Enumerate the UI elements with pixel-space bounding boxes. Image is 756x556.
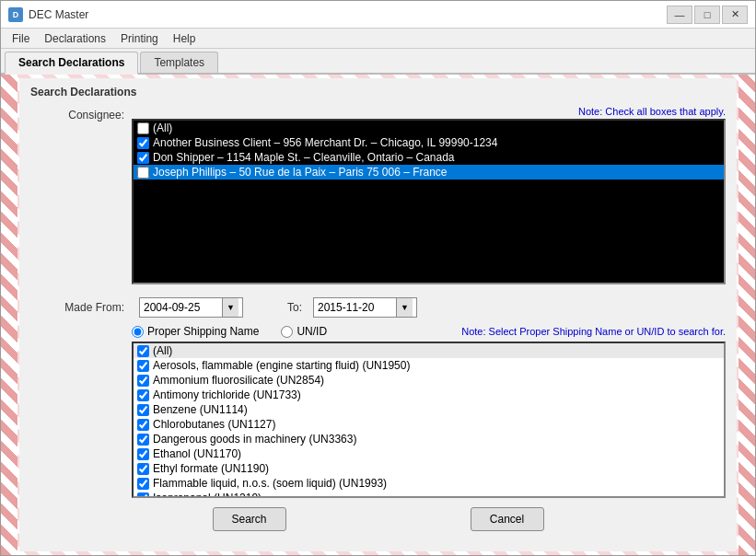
shipping-check-10[interactable] (137, 492, 149, 499)
to-input-wrapper: ▼ (313, 297, 417, 318)
app-icon: D (8, 7, 23, 22)
made-from-label: Made From: (30, 301, 132, 314)
shipping-check-1[interactable] (137, 360, 149, 372)
shipping-check-4[interactable] (137, 404, 149, 416)
consignee-label: Consignee: (30, 106, 132, 124)
main-panel: Search Declarations Consignee: Note: Che… (19, 78, 737, 551)
shipping-check-7[interactable] (137, 448, 149, 460)
shipping-section: (All) Aerosols, flammable (engine starti… (30, 342, 726, 498)
menu-file[interactable]: File (5, 30, 37, 47)
menu-declarations[interactable]: Declarations (37, 30, 113, 47)
button-row: Search Cancel (30, 507, 726, 531)
stripe-left (1, 75, 17, 555)
radio-psn[interactable] (132, 326, 144, 338)
shipping-item-4[interactable]: Benzene (UN1114) (134, 402, 724, 417)
main-window: D DEC Master — □ ✕ File Declarations Pri… (0, 0, 756, 556)
radio-note: Note: Select Proper Shipping Name or UN/… (349, 326, 726, 337)
radio-unid-label: UN/ID (297, 325, 327, 338)
search-button[interactable]: Search (213, 507, 286, 531)
shipping-item-2[interactable]: Ammonium fluorosilicate (UN2854) (134, 373, 724, 388)
content-area: Search Declarations Consignee: Note: Che… (1, 75, 755, 555)
menu-help[interactable]: Help (166, 30, 204, 47)
shipping-item-7[interactable]: Ethanol (UN1170) (134, 446, 724, 461)
made-from-input-wrapper: ▼ (139, 297, 243, 318)
menu-printing[interactable]: Printing (113, 30, 166, 47)
shipping-item-6[interactable]: Dangerous goods in machinery (UN3363) (134, 432, 724, 446)
shipping-item-2-label: Ammonium fluorosilicate (UN2854) (153, 374, 324, 387)
radio-row: Proper Shipping Name UN/ID Note: Select … (132, 325, 726, 338)
made-from-calendar-btn[interactable]: ▼ (222, 298, 238, 317)
title-bar: D DEC Master — □ ✕ (1, 1, 755, 29)
consignee-item-all[interactable]: (All) (134, 121, 724, 135)
minimize-button[interactable]: — (667, 6, 692, 24)
stripe-right (739, 75, 755, 555)
cancel-button[interactable]: Cancel (471, 507, 544, 531)
shipping-item-10-label: Isopropanol (UN1219) (153, 492, 262, 498)
shipping-item-all[interactable]: (All) (134, 343, 724, 358)
shipping-check-2[interactable] (137, 375, 149, 387)
shipping-item-9-label: Flammable liquid, n.o.s. (soem liquid) (… (153, 477, 387, 490)
consignee-item-3-label: Joseph Phillips – 50 Rue de la Paix – Pa… (153, 166, 448, 179)
radio-psn-group[interactable]: Proper Shipping Name (132, 325, 259, 338)
radio-unid[interactable] (281, 326, 293, 338)
shipping-item-5[interactable]: Chlorobutanes (UN1127) (134, 417, 724, 432)
consignee-item-3[interactable]: Joseph Phillips – 50 Rue de la Paix – Pa… (134, 165, 724, 180)
date-row: Made From: ▼ To: ▼ (30, 297, 726, 318)
shipping-listbox[interactable]: (All) Aerosols, flammable (engine starti… (132, 342, 726, 498)
shipping-item-7-label: Ethanol (UN1170) (153, 447, 241, 460)
consignee-check-3[interactable] (137, 167, 149, 179)
shipping-item-5-label: Chlorobutanes (UN1127) (153, 418, 275, 431)
shipping-item-1[interactable]: Aerosols, flammable (engine starting flu… (134, 358, 724, 373)
shipping-item-10[interactable]: Isopropanol (UN1219) (134, 491, 724, 498)
title-bar-controls: — □ ✕ (667, 6, 748, 24)
consignee-item-all-label: (All) (153, 122, 172, 134)
radio-unid-group[interactable]: UN/ID (281, 325, 327, 338)
to-input[interactable] (318, 301, 396, 314)
consignee-check-all[interactable] (137, 122, 149, 134)
shipping-item-4-label: Benzene (UN1114) (153, 403, 248, 416)
tabs-bar: Search Declarations Templates (1, 49, 755, 75)
section-label: Search Declarations (30, 86, 726, 98)
shipping-check-9[interactable] (137, 478, 149, 490)
close-button[interactable]: ✕ (722, 6, 748, 24)
consignee-section: Consignee: Note: Check all boxes that ap… (30, 106, 726, 284)
shipping-item-8-label: Ethyl formate (UN1190) (153, 462, 269, 475)
shipping-item-8[interactable]: Ethyl formate (UN1190) (134, 461, 724, 476)
to-label: To: (287, 301, 302, 314)
shipping-item-1-label: Aerosols, flammable (engine starting flu… (153, 359, 410, 372)
title-bar-left: D DEC Master (8, 7, 88, 22)
consignee-field-content: Note: Check all boxes that apply. (All) … (132, 106, 726, 284)
shipping-item-9[interactable]: Flammable liquid, n.o.s. (soem liquid) (… (134, 476, 724, 491)
consignee-item-1-label: Another Business Client – 956 Merchant D… (153, 136, 497, 149)
shipping-item-all-label: (All) (153, 344, 172, 357)
shipping-check-5[interactable] (137, 419, 149, 431)
shipping-check-6[interactable] (137, 434, 149, 446)
shipping-spacer (30, 342, 132, 498)
shipping-item-3[interactable]: Antimony trichloride (UN1733) (134, 388, 724, 402)
consignee-check-1[interactable] (137, 137, 149, 149)
shipping-check-all[interactable] (137, 345, 149, 357)
consignee-listbox[interactable]: (All) Another Business Client – 956 Merc… (132, 119, 726, 284)
shipping-check-8[interactable] (137, 463, 149, 475)
radio-psn-label: Proper Shipping Name (147, 325, 259, 338)
consignee-check-2[interactable] (137, 152, 149, 164)
tab-templates[interactable]: Templates (140, 52, 218, 73)
consignee-item-2-label: Don Shipper – 1154 Maple St. – Cleanvill… (153, 151, 455, 164)
radio-note-row: Proper Shipping Name UN/ID Note: Select … (30, 325, 726, 338)
maximize-button[interactable]: □ (694, 6, 720, 24)
window-title: DEC Master (29, 8, 88, 21)
menu-bar: File Declarations Printing Help (1, 29, 755, 49)
made-from-input[interactable] (144, 301, 222, 314)
shipping-item-3-label: Antimony trichloride (UN1733) (153, 388, 301, 401)
consignee-item-2[interactable]: Don Shipper – 1154 Maple St. – Cleanvill… (134, 150, 724, 165)
consignee-item-1[interactable]: Another Business Client – 956 Merchant D… (134, 135, 724, 150)
tab-search-declarations[interactable]: Search Declarations (5, 52, 138, 75)
shipping-item-6-label: Dangerous goods in machinery (UN3363) (153, 433, 356, 446)
consignee-note: Note: Check all boxes that apply. (132, 106, 726, 117)
to-calendar-btn[interactable]: ▼ (396, 298, 413, 317)
shipping-check-3[interactable] (137, 389, 149, 401)
